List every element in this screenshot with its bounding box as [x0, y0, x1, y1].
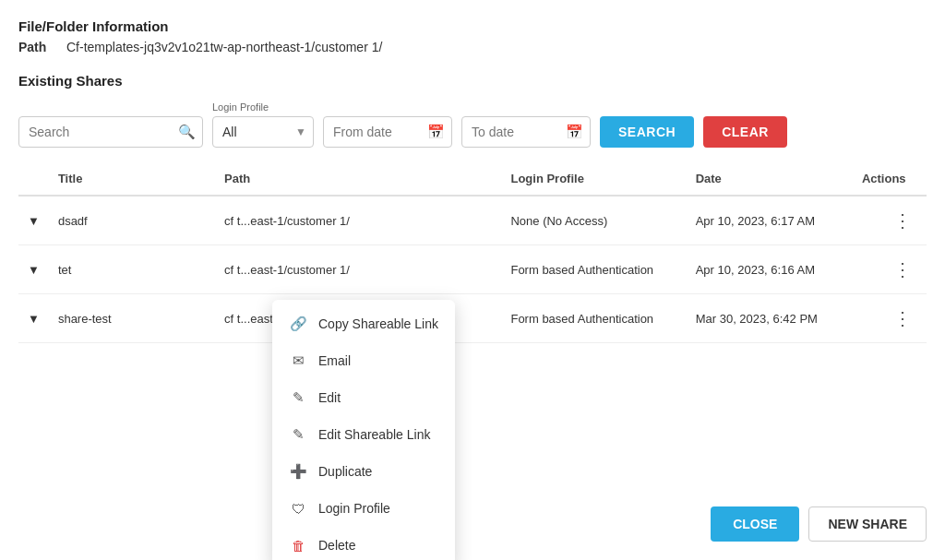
th-actions: Actions — [853, 162, 927, 196]
from-date-input[interactable] — [323, 116, 452, 148]
shield-icon: 🛡 — [289, 499, 307, 518]
delete-icon: 🗑 — [289, 536, 307, 554]
actions-cell: ⋮ — [853, 196, 927, 245]
menu-item-label: Edit — [318, 390, 341, 405]
menu-item-label: Delete — [318, 538, 355, 553]
login-profile-cell: None (No Access) — [501, 196, 686, 245]
from-date-wrapper: 📅 — [323, 116, 452, 148]
duplicate-icon: ➕ — [289, 462, 307, 481]
title-cell: share-test — [49, 294, 215, 343]
bottom-bar: CLOSE NEW SHARE — [711, 506, 927, 542]
menu-item-edit-link[interactable]: ✎ Edit Shareable Link — [272, 416, 455, 453]
path-cell: cf t...east-1/customer 1/ — [215, 196, 501, 245]
path-value: Cf-templates-jq3v2v1o21tw-ap-northeast-1… — [66, 40, 382, 54]
page-title: File/Folder Information — [18, 18, 927, 34]
title-cell: dsadf — [49, 196, 215, 245]
login-profile-select-wrapper: All ▼ — [212, 116, 314, 148]
title-cell: tet — [49, 245, 215, 294]
existing-shares-title: Existing Shares — [18, 73, 927, 89]
login-profile-select[interactable]: All — [212, 116, 314, 148]
table-row: ▼ tet cf t...east-1/customer 1/ Form bas… — [18, 245, 927, 294]
login-profile-group: Login Profile All ▼ — [212, 101, 314, 148]
menu-item-email[interactable]: ✉ Email — [272, 342, 455, 379]
login-profile-cell: Form based Authentication — [501, 294, 686, 343]
menu-item-edit[interactable]: ✎ Edit — [272, 379, 455, 416]
expand-cell[interactable]: ▼ — [18, 245, 49, 294]
actions-cell: ⋮ — [853, 294, 927, 343]
search-input[interactable] — [18, 116, 203, 148]
email-icon: ✉ — [289, 351, 307, 370]
date-cell: Apr 10, 2023, 6:16 AM — [687, 245, 853, 294]
path-cell: cf t...east-1/customer 1/ — [215, 245, 501, 294]
menu-item-label: Login Profile — [318, 501, 390, 516]
table-row: ▼ share-test cf t...east-1/customer 1/ F… — [18, 294, 927, 343]
th-expand — [18, 162, 49, 196]
expand-cell[interactable]: ▼ — [18, 294, 49, 343]
close-button[interactable]: CLOSE — [711, 506, 799, 542]
th-date: Date — [687, 162, 853, 196]
menu-item-delete[interactable]: 🗑 Delete — [272, 527, 455, 560]
path-label: Path — [18, 40, 55, 54]
login-profile-label: Login Profile — [212, 101, 314, 113]
context-menu: 🔗 Copy Shareable Link ✉ Email ✎ Edit ✎ E… — [272, 300, 455, 560]
menu-item-label: Email — [318, 353, 351, 368]
menu-item-shield[interactable]: 🛡 Login Profile — [272, 490, 455, 527]
th-title: Title — [49, 162, 215, 196]
actions-cell: ⋮ — [853, 245, 927, 294]
search-wrapper: 🔍 — [18, 116, 203, 148]
table-header-row: Title Path Login Profile Date Actions — [18, 162, 927, 196]
to-date-input[interactable] — [461, 116, 591, 148]
edit-link-icon: ✎ — [289, 425, 307, 444]
row-actions-button[interactable]: ⋮ — [888, 307, 917, 329]
date-cell: Apr 10, 2023, 6:17 AM — [687, 196, 853, 245]
page-container: File/Folder Information Path Cf-template… — [0, 0, 945, 560]
menu-item-label: Edit Shareable Link — [318, 427, 430, 442]
edit-icon: ✎ — [289, 388, 307, 407]
row-actions-button[interactable]: ⋮ — [888, 258, 917, 280]
path-row: Path Cf-templates-jq3v2v1o21tw-ap-northe… — [18, 40, 927, 54]
table-row: ▼ dsadf cf t...east-1/customer 1/ None (… — [18, 196, 927, 245]
menu-item-label: Duplicate — [318, 464, 372, 479]
menu-item-link[interactable]: 🔗 Copy Shareable Link — [272, 305, 455, 342]
link-icon: 🔗 — [289, 315, 307, 333]
expand-cell[interactable]: ▼ — [18, 196, 49, 245]
menu-item-duplicate[interactable]: ➕ Duplicate — [272, 453, 455, 490]
clear-button[interactable]: CLEAR — [703, 116, 787, 148]
to-date-wrapper: 📅 — [461, 116, 591, 148]
date-cell: Mar 30, 2023, 6:42 PM — [687, 294, 853, 343]
search-button[interactable]: SEARCH — [600, 116, 694, 148]
th-login: Login Profile — [501, 162, 686, 196]
login-profile-cell: Form based Authentication — [501, 245, 686, 294]
th-path: Path — [215, 162, 501, 196]
row-actions-button[interactable]: ⋮ — [888, 209, 917, 232]
shares-table: Title Path Login Profile Date Actions ▼ … — [18, 162, 927, 343]
filter-row: 🔍 Login Profile All ▼ 📅 📅 SEARCH CLEAR — [18, 101, 927, 148]
new-share-button[interactable]: NEW SHARE — [808, 506, 927, 542]
menu-item-label: Copy Shareable Link — [318, 316, 438, 331]
